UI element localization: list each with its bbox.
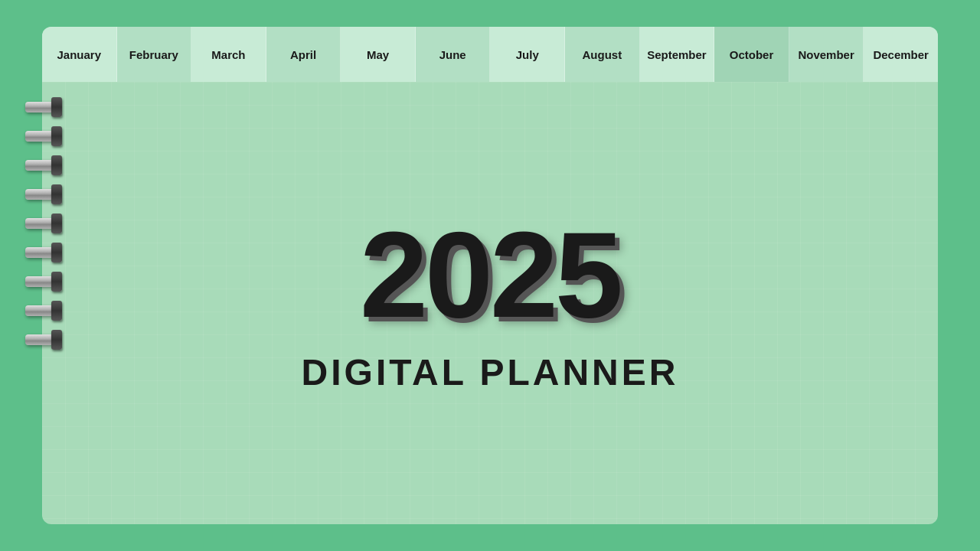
spiral-ring-3 <box>25 154 62 177</box>
ring-tab <box>51 214 62 233</box>
tab-january[interactable]: January <box>42 27 117 82</box>
spiral-ring-1 <box>25 96 62 119</box>
tab-november[interactable]: November <box>789 27 864 82</box>
spiral-ring-7 <box>25 270 62 293</box>
spiral-ring-6 <box>25 241 62 264</box>
ring-tab <box>51 155 62 175</box>
ring-body <box>25 102 59 112</box>
ring-body <box>25 334 59 345</box>
month-tab-bar: JanuaryFebruaryMarchAprilMayJuneJulyAugu… <box>42 27 938 82</box>
ring-tab <box>51 301 62 321</box>
tab-may[interactable]: May <box>341 27 416 82</box>
ring-tab <box>51 272 62 292</box>
planner-container: JanuaryFebruaryMarchAprilMayJuneJulyAugu… <box>42 27 938 524</box>
tab-march[interactable]: March <box>191 27 266 82</box>
tab-august[interactable]: August <box>565 27 640 82</box>
planner-subtitle: DIGITAL PLANNER <box>302 351 679 393</box>
tab-june[interactable]: June <box>416 27 491 82</box>
ring-tab <box>51 330 62 350</box>
ring-tab <box>51 243 62 262</box>
ring-tab <box>51 97 62 117</box>
year-display: 2025 <box>360 214 620 336</box>
spiral-rings <box>25 96 62 351</box>
spiral-ring-9 <box>25 328 62 351</box>
ring-body <box>25 131 59 142</box>
ring-body <box>25 218 59 229</box>
ring-body <box>25 247 59 258</box>
main-content: 2025 DIGITAL PLANNER <box>42 82 938 524</box>
ring-tab <box>51 184 62 204</box>
spiral-ring-5 <box>25 212 62 235</box>
tab-september[interactable]: September <box>640 27 715 82</box>
ring-body <box>25 160 59 171</box>
ring-body <box>25 189 59 200</box>
spiral-ring-4 <box>25 183 62 206</box>
ring-body <box>25 276 59 287</box>
tab-april[interactable]: April <box>266 27 341 82</box>
spiral-ring-2 <box>25 125 62 148</box>
tab-october[interactable]: October <box>714 27 789 82</box>
tab-february[interactable]: February <box>117 27 192 82</box>
ring-body <box>25 305 59 316</box>
tab-july[interactable]: July <box>490 27 565 82</box>
ring-tab <box>51 126 62 146</box>
spiral-ring-8 <box>25 299 62 322</box>
tab-december[interactable]: December <box>864 27 938 82</box>
